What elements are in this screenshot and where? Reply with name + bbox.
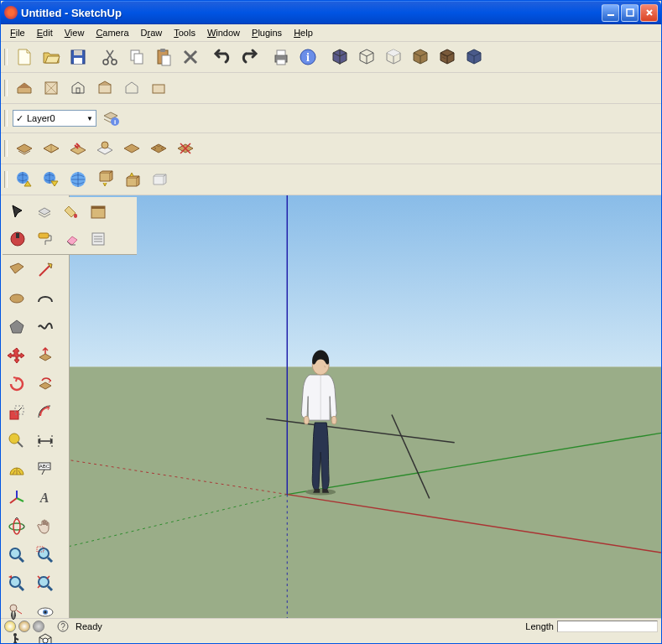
person-status-icon[interactable] xyxy=(18,621,30,632)
sandbox-stamp-button[interactable] xyxy=(92,136,117,161)
sandbox-detail-button[interactable] xyxy=(146,136,171,161)
menu-help[interactable]: Help xyxy=(288,26,319,39)
grip[interactable] xyxy=(4,49,8,65)
view-back-house-button[interactable] xyxy=(119,75,144,101)
menu-window[interactable]: Window xyxy=(201,26,246,39)
move-tool-button[interactable] xyxy=(3,342,30,369)
axes-tool-button[interactable] xyxy=(3,485,30,512)
zoom-previous-button[interactable] xyxy=(3,570,30,597)
measurement-input[interactable] xyxy=(557,621,658,632)
menu-tools[interactable]: Tools xyxy=(168,26,201,39)
polygon-tool-button[interactable] xyxy=(3,314,30,340)
view-top-button[interactable] xyxy=(381,44,406,70)
style-textured-button[interactable] xyxy=(435,44,460,70)
select-tool-button[interactable] xyxy=(5,200,30,225)
view-right-house-button[interactable] xyxy=(92,75,117,101)
undo-button[interactable] xyxy=(210,44,235,70)
get-models-button[interactable] xyxy=(92,167,117,192)
sandbox-flip-button[interactable] xyxy=(173,136,198,161)
view-left-house-button[interactable] xyxy=(146,75,171,101)
view-top-house-button[interactable] xyxy=(39,75,64,101)
pushpull-tool-button[interactable] xyxy=(32,342,59,369)
menu-draw[interactable]: Draw xyxy=(135,26,169,39)
zoom-window-button[interactable] xyxy=(32,542,59,569)
cut-button[interactable] xyxy=(97,44,122,70)
arc-tool-button[interactable] xyxy=(32,285,59,312)
sandbox-smoove-button[interactable] xyxy=(65,136,91,161)
materials-button[interactable] xyxy=(86,200,111,225)
eraser-button[interactable] xyxy=(59,226,84,252)
sandbox-contours-button[interactable] xyxy=(12,136,37,161)
pan-tool-button[interactable] xyxy=(32,513,59,540)
offset-tool-button[interactable] xyxy=(32,399,59,426)
close-button[interactable] xyxy=(640,4,658,22)
style-mono-button[interactable] xyxy=(461,44,487,70)
toggle-terrain-button[interactable] xyxy=(39,167,64,192)
styles-button[interactable] xyxy=(5,226,30,252)
share-component-button[interactable] xyxy=(146,167,171,192)
menu-camera[interactable]: Camera xyxy=(90,26,134,39)
rectangle-tool-button[interactable] xyxy=(3,257,30,283)
3dtext-tool-button[interactable]: A xyxy=(32,485,59,512)
grip[interactable] xyxy=(4,140,8,157)
open-file-button[interactable] xyxy=(39,44,64,70)
large-toolset xyxy=(3,197,137,255)
menu-view[interactable]: View xyxy=(59,26,91,39)
scale-tool-button[interactable] xyxy=(3,399,30,426)
svg-text:i: i xyxy=(306,51,310,64)
model-info-button[interactable]: i xyxy=(295,44,321,70)
grip[interactable] xyxy=(4,171,8,188)
dimension-tool-button[interactable] xyxy=(32,428,59,454)
style-shaded-button[interactable] xyxy=(408,44,433,70)
view-front-house-button[interactable] xyxy=(65,75,91,101)
delete-button[interactable] xyxy=(178,44,203,70)
zoom-extents-button[interactable] xyxy=(32,570,59,597)
view-iso-button[interactable] xyxy=(327,44,352,70)
paste-button[interactable] xyxy=(151,44,176,70)
svg-rect-11 xyxy=(162,55,170,65)
new-file-button[interactable] xyxy=(12,44,37,70)
layer-dropdown[interactable]: ✓ Layer0 ▼ xyxy=(13,110,96,127)
redo-button[interactable] xyxy=(237,44,262,70)
svg-rect-14 xyxy=(277,60,285,65)
help-icon[interactable] xyxy=(4,621,16,632)
sandbox-drape-button[interactable] xyxy=(119,136,144,161)
rotate-tool-button[interactable] xyxy=(3,371,30,397)
menu-plugins[interactable]: Plugins xyxy=(246,26,288,39)
tape-tool-button[interactable] xyxy=(3,428,30,454)
preview-earth-button[interactable] xyxy=(65,167,91,192)
line-tool-button[interactable] xyxy=(32,257,59,283)
svg-text:ABC: ABC xyxy=(39,464,50,469)
orbit-tool-button[interactable] xyxy=(3,513,30,540)
circle-tool-button[interactable] xyxy=(3,285,30,312)
view-iso-house-button[interactable] xyxy=(12,75,37,101)
outliner-button[interactable] xyxy=(86,226,111,252)
share-model-button[interactable] xyxy=(119,167,144,192)
save-file-button[interactable] xyxy=(65,44,91,70)
zoom-tool-button[interactable] xyxy=(3,542,30,569)
print-button[interactable] xyxy=(268,44,294,70)
viewport-3d[interactable] xyxy=(70,195,661,618)
get-location-button[interactable] xyxy=(12,167,37,192)
minimize-button[interactable] xyxy=(602,4,619,22)
menu-edit[interactable]: Edit xyxy=(31,26,59,39)
titlebar: Untitled - SketchUp xyxy=(1,1,661,24)
menu-file[interactable]: File xyxy=(4,26,31,39)
sky-background xyxy=(70,195,661,366)
component-tool-button[interactable] xyxy=(32,200,57,225)
view-front-button[interactable] xyxy=(354,44,379,70)
followme-tool-button[interactable] xyxy=(32,371,59,397)
freehand-tool-button[interactable] xyxy=(32,314,59,340)
toolbar-google xyxy=(1,164,661,195)
grip[interactable] xyxy=(4,110,8,127)
layer-manager-button[interactable]: i xyxy=(99,106,122,130)
geo-status-icon[interactable] xyxy=(33,621,44,632)
sandbox-scratch-button[interactable] xyxy=(39,136,64,161)
grip[interactable] xyxy=(4,80,8,96)
protractor-tool-button[interactable] xyxy=(3,456,30,483)
paint-roll-button[interactable] xyxy=(32,226,57,252)
copy-button[interactable] xyxy=(124,44,149,70)
maximize-button[interactable] xyxy=(621,4,639,22)
paint-bucket-button[interactable] xyxy=(59,200,84,225)
text-tool-button[interactable]: ABC xyxy=(32,456,59,483)
